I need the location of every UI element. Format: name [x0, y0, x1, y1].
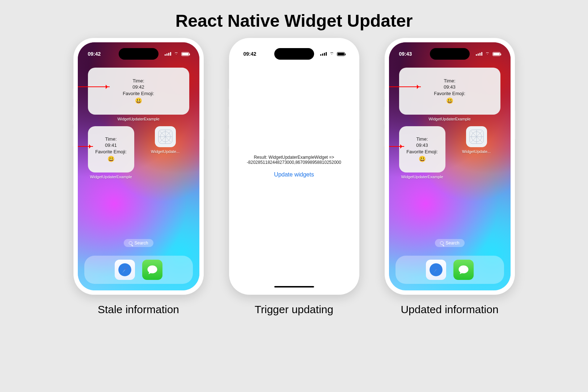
side-button-vol-up	[228, 107, 229, 125]
side-button-power	[515, 110, 516, 139]
phone-frame-stale: 09:42 Time: 09:42	[73, 38, 204, 295]
battery-icon	[337, 52, 345, 56]
app-icon-col: WidgetUpdate...	[453, 126, 500, 154]
dock	[395, 256, 504, 284]
status-right	[320, 52, 345, 56]
widget-emoji: 😃	[419, 155, 426, 163]
side-button-vol-down	[384, 128, 385, 146]
update-widgets-button[interactable]: Update widgets	[274, 171, 314, 178]
widget-medium[interactable]: Time: 09:42 Favorite Emoji: 😃	[88, 68, 189, 115]
widget-small[interactable]: Time: 09:43 Favorite Emoji: 😃	[399, 126, 445, 172]
app-icon-placeholder[interactable]	[155, 126, 176, 147]
widget-small-wrapper: Time: 09:41 Favorite Emoji: 😃 WidgetUpda…	[88, 126, 134, 179]
widget-time-label: Time:	[416, 136, 428, 142]
safari-compass-icon	[117, 262, 133, 278]
status-time: 09:42	[88, 51, 101, 57]
diagram-page: React Native Widget Updater 09:42	[0, 0, 588, 392]
side-button-silence	[72, 89, 73, 99]
home-indicator[interactable]	[274, 286, 314, 287]
spotlight-search[interactable]: Search	[435, 239, 464, 247]
spotlight-search[interactable]: Search	[123, 239, 153, 247]
widget-time-label: Time:	[444, 78, 455, 84]
status-time: 09:42	[244, 51, 257, 57]
side-button-vol-down	[72, 128, 73, 146]
battery-icon	[181, 52, 189, 56]
status-time: 09:43	[399, 51, 412, 57]
side-button-vol-down	[228, 128, 229, 146]
widget-emoji: 😃	[135, 97, 142, 105]
widget-small-wrapper: Time: 09:43 Favorite Emoji: 😃 WidgetUpda…	[399, 126, 445, 179]
result-text: Result: WidgetUpdaterExampleWidget => -8…	[247, 155, 341, 165]
side-button-vol-up	[72, 107, 73, 125]
safari-compass-icon	[428, 262, 444, 278]
speech-bubble-icon	[146, 263, 159, 276]
side-button-vol-up	[384, 107, 385, 125]
dynamic-island	[119, 48, 158, 60]
widget-time-label: Time:	[105, 136, 117, 142]
app-icon-caption: WidgetUpdate...	[151, 149, 179, 154]
phone-frame-updated: 09:43 Time: 09:43 Favorite Emo	[385, 38, 515, 295]
phone-col-updated: 09:43 Time: 09:43 Favorite Emo	[381, 38, 519, 316]
row-second: Time: 09:43 Favorite Emoji: 😃 WidgetUpda…	[399, 126, 500, 179]
cell-signal-icon	[320, 52, 327, 56]
wifi-icon	[173, 52, 179, 56]
side-button-silence	[228, 89, 229, 99]
battery-icon	[492, 52, 500, 56]
home-content: Time: 09:42 Favorite Emoji: 😃 WidgetUpda…	[78, 42, 199, 290]
widget-fav-label: Favorite Emoji:	[123, 90, 154, 97]
widget-medium-wrapper: Time: 09:43 Favorite Emoji: 😃 WidgetUpda…	[399, 68, 500, 121]
home-content: Time: 09:43 Favorite Emoji: 😃 WidgetUpda…	[389, 42, 511, 290]
arrow-indicator-icon	[389, 146, 404, 147]
app-grid-icon	[158, 129, 173, 144]
speech-bubble-icon	[457, 263, 470, 276]
side-button-silence	[384, 89, 385, 99]
safari-app-icon[interactable]	[426, 260, 446, 280]
widget-emoji: 😃	[446, 97, 453, 105]
dock	[84, 256, 193, 284]
cell-signal-icon	[165, 52, 171, 56]
widget-caption: WidgetUpdaterExample	[399, 175, 445, 179]
arrow-indicator-icon	[78, 86, 110, 87]
app-body: Result: WidgetUpdaterExampleWidget => -8…	[233, 42, 355, 290]
page-title: React Native Widget Updater	[0, 0, 588, 31]
side-button-power	[204, 110, 205, 139]
messages-app-icon[interactable]	[142, 260, 162, 280]
row-second: Time: 09:41 Favorite Emoji: 😃 WidgetUpda…	[88, 126, 189, 179]
widget-time-value: 09:42	[132, 84, 144, 90]
widget-time-value: 09:43	[416, 142, 428, 149]
widget-caption: WidgetUpdaterExample	[399, 117, 500, 121]
widget-time-value: 09:43	[444, 84, 456, 90]
search-label: Search	[134, 240, 148, 246]
wifi-icon	[485, 52, 490, 56]
messages-app-icon[interactable]	[453, 260, 474, 280]
widget-time-label: Time:	[132, 78, 144, 84]
caption-updated: Updated information	[401, 303, 498, 316]
widget-time-value: 09:41	[105, 142, 117, 149]
safari-app-icon[interactable]	[115, 260, 135, 280]
caption-stale: Stale information	[98, 303, 179, 316]
widget-caption: WidgetUpdaterExample	[88, 175, 134, 179]
widget-medium-wrapper: Time: 09:42 Favorite Emoji: 😃 WidgetUpda…	[88, 68, 189, 121]
widget-fav-label: Favorite Emoji:	[95, 149, 127, 155]
app-icon-caption: WidgetUpdate...	[462, 149, 491, 154]
search-icon	[440, 241, 443, 245]
status-right	[476, 52, 500, 56]
status-right	[165, 52, 189, 56]
result-line-1: Result: WidgetUpdaterExampleWidget =>	[247, 155, 341, 160]
dynamic-island	[274, 48, 314, 60]
widget-fav-label: Favorite Emoji:	[406, 149, 438, 155]
phones-row: 09:42 Time: 09:42	[0, 38, 588, 316]
side-button-power	[359, 110, 360, 139]
wifi-icon	[329, 52, 335, 56]
search-icon	[128, 241, 132, 245]
phone-col-stale: 09:42 Time: 09:42	[70, 38, 207, 316]
arrow-indicator-icon	[78, 146, 93, 147]
widget-small[interactable]: Time: 09:41 Favorite Emoji: 😃	[88, 126, 134, 172]
result-line-2: -8202851182448273000,8670998958810252000	[247, 160, 341, 165]
app-grid-icon	[469, 129, 484, 144]
app-icon-col: WidgetUpdate...	[142, 126, 189, 154]
widget-emoji: 😃	[107, 155, 115, 163]
widget-medium[interactable]: Time: 09:43 Favorite Emoji: 😃	[399, 68, 500, 115]
screen-stale: 09:42 Time: 09:42	[78, 42, 199, 290]
app-icon-placeholder[interactable]	[466, 126, 487, 147]
